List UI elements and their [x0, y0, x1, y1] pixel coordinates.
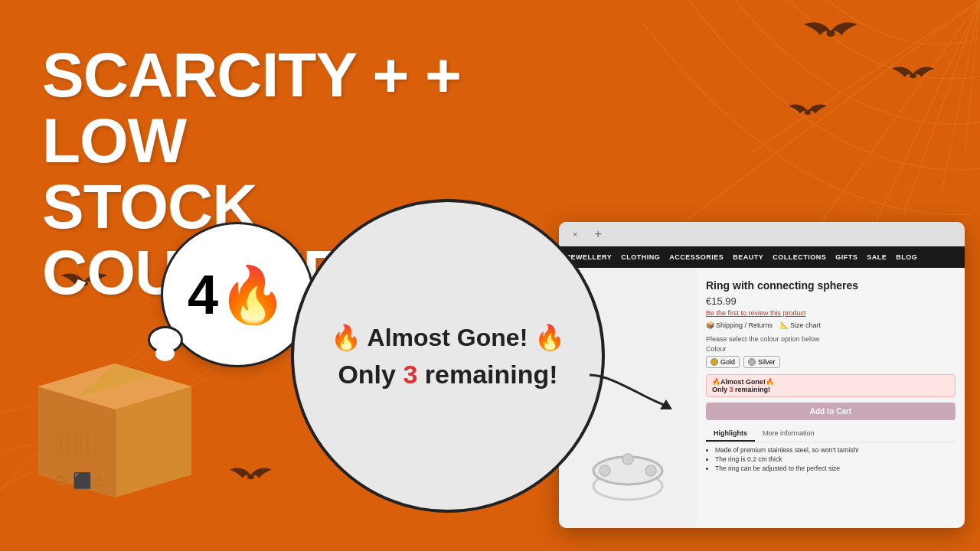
- product-meta-row: 📦 Shipping / Returns 📐 Size chart: [706, 321, 956, 329]
- headline-line1: SCARCITY + + LOW: [42, 42, 486, 174]
- svg-point-41: [622, 454, 633, 465]
- scarcity-only-prefix: Only: [338, 360, 403, 389]
- svg-point-13: [805, 110, 811, 115]
- scarcity-remaining-suffix: remaining!: [417, 360, 557, 389]
- nav-gifts[interactable]: GIFTS: [835, 253, 858, 261]
- product-price: €15.99: [706, 295, 956, 307]
- colour-options: Gold Silver: [706, 356, 956, 368]
- colour-select-label: Please select the colour option below: [706, 335, 956, 343]
- colour-swatch-silver[interactable]: Silver: [743, 356, 780, 368]
- scarcity-circle-text1: 🔥 Almost Gone! 🔥: [331, 323, 565, 352]
- svg-point-11: [826, 31, 835, 37]
- product-tabs-row: Highlights More information: [706, 426, 956, 442]
- highlight-item-2: The ring is 0.2 cm thick: [715, 455, 956, 463]
- bat-top-right-2: [892, 61, 934, 89]
- colour-swatch-gold[interactable]: Gold: [706, 356, 740, 368]
- nav-beauty[interactable]: BEAUTY: [733, 253, 763, 261]
- nav-clothing[interactable]: CLOTHING: [621, 253, 660, 261]
- svg-text:⚠: ⚠: [92, 472, 106, 489]
- svg-point-15: [247, 474, 254, 480]
- gold-label: Gold: [720, 358, 735, 366]
- svg-line-4: [942, 0, 980, 191]
- browser-nav: JEWELLERY CLOTHING ACCESSORIES BEAUTY CO…: [559, 246, 965, 268]
- silver-swatch-circle: [748, 358, 756, 366]
- browser-mockup: × + JEWELLERY CLOTHING ACCESSORIES BEAUT…: [559, 222, 965, 528]
- svg-line-6: [750, 0, 980, 153]
- product-shipping-returns[interactable]: 📦 Shipping / Returns: [706, 321, 773, 329]
- colour-label: Colour: [706, 345, 956, 353]
- silver-label: Silver: [758, 358, 776, 366]
- scarcity-circle-text2: Only 3 remaining!: [338, 360, 557, 390]
- product-details-panel: Ring with connecting spheres €15.99 Be t…: [697, 268, 965, 528]
- add-to-cart-button[interactable]: Add to Cart: [706, 403, 956, 420]
- tab-highlights[interactable]: Highlights: [706, 426, 755, 442]
- browser-scarcity-only: Only: [712, 386, 730, 393]
- nav-jewellery[interactable]: JEWELLERY: [567, 253, 612, 261]
- browser-scarcity-text1: 🔥Almost Gone!🔥: [712, 378, 949, 386]
- browser-scarcity-text2: Only 3 remaining!: [712, 386, 949, 393]
- svg-text:⬛: ⬛: [73, 471, 92, 490]
- browser-scarcity-suffix: remaining!: [733, 386, 771, 393]
- scarcity-number: 3: [403, 360, 417, 389]
- highlight-item-3: The ring can be adjusted to the perfect …: [715, 465, 956, 472]
- nav-collections[interactable]: COLLECTIONS: [773, 253, 826, 261]
- product-review-link[interactable]: Be the first to review this product: [706, 309, 956, 317]
- gold-swatch-circle: [710, 358, 718, 366]
- svg-line-2: [865, 0, 980, 245]
- box-illustration: ♻ ⬛ ⚠: [23, 329, 207, 505]
- highlight-item-1: Made of premium stainless steel, so won'…: [715, 446, 956, 454]
- svg-point-12: [910, 73, 916, 79]
- browser-scarcity-banner: 🔥Almost Gone!🔥 Only 3 remaining!: [706, 374, 956, 397]
- browser-plus-button[interactable]: +: [594, 227, 601, 241]
- speech-bubble-content: 4🔥: [188, 262, 287, 328]
- browser-content: Ring with connecting spheres €15.99 Be t…: [559, 268, 965, 528]
- product-title: Ring with connecting spheres: [706, 279, 956, 292]
- nav-sale[interactable]: SALE: [867, 253, 887, 261]
- scarcity-circle: 🔥 Almost Gone! 🔥 Only 3 remaining!: [291, 199, 605, 513]
- nav-blog[interactable]: BLOG: [896, 253, 917, 261]
- highlights-list: Made of premium stainless steel, so won'…: [706, 446, 956, 472]
- svg-text:♻: ♻: [54, 472, 67, 489]
- product-ring-image: [578, 425, 678, 524]
- svg-point-42: [645, 465, 656, 476]
- browser-close-button[interactable]: ×: [568, 228, 582, 240]
- bat-top-right-1: [804, 15, 858, 50]
- product-size-chart[interactable]: 📐 Size chart: [780, 321, 821, 329]
- nav-accessories[interactable]: ACCESSORIES: [669, 253, 724, 261]
- svg-line-3: [903, 0, 980, 214]
- tab-more-information[interactable]: More information: [755, 426, 822, 442]
- bat-bottom-left-1: [230, 462, 272, 490]
- browser-titlebar: × +: [559, 222, 965, 246]
- bat-top-right-3: [789, 99, 827, 124]
- svg-point-40: [599, 465, 610, 476]
